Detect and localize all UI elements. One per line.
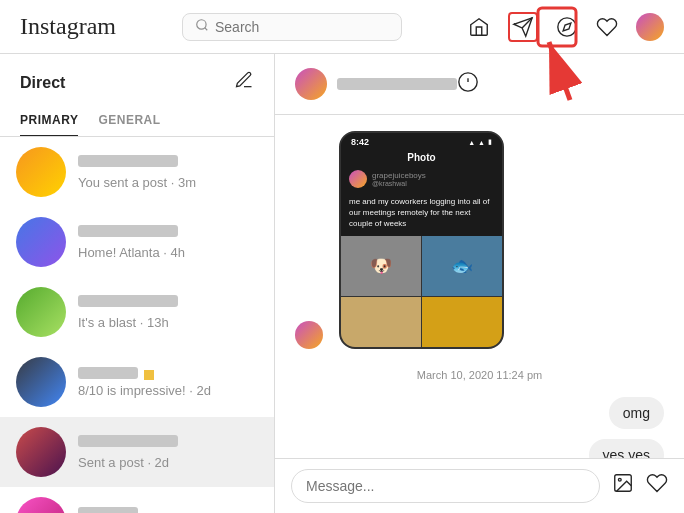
message-bubble: yes yes	[589, 439, 664, 458]
avatar	[16, 427, 66, 477]
sidebar: Direct PRIMARY GENERAL You sent a post ·…	[0, 54, 275, 513]
home-icon[interactable]	[468, 16, 490, 38]
photo-3	[341, 297, 421, 347]
info-icon[interactable]	[457, 71, 479, 98]
chat-username	[337, 78, 457, 90]
phone-time: 8:42	[351, 137, 369, 147]
top-nav: Instagram	[0, 0, 684, 54]
username-blurred	[78, 295, 178, 307]
photo-4	[422, 297, 502, 347]
bubble-row: omg	[295, 397, 664, 429]
avatar	[16, 147, 66, 197]
avatar	[16, 287, 66, 337]
chat-area: 8:42 ▲ ▲ ▮ Photo grapejuiceboys	[275, 54, 684, 513]
phone-mockup: 8:42 ▲ ▲ ▮ Photo grapejuiceboys	[339, 131, 504, 349]
avatar[interactable]	[636, 13, 664, 41]
message-input[interactable]	[291, 469, 600, 503]
message-preview: You sent a post · 3m	[78, 175, 258, 190]
photo-2: 🐟	[422, 236, 502, 296]
message-bubble: omg	[609, 397, 664, 429]
image-icon[interactable]	[612, 472, 634, 500]
mini-avatar	[349, 170, 367, 188]
main-layout: Direct PRIMARY GENERAL You sent a post ·…	[0, 54, 684, 513]
avatar	[16, 217, 66, 267]
message-preview: Home! Atlanta · 4h	[78, 245, 258, 260]
sender-avatar	[295, 321, 323, 349]
heart-input-icon[interactable]	[646, 472, 668, 500]
messages-area: 8:42 ▲ ▲ ▮ Photo grapejuiceboys	[275, 115, 684, 458]
bubble-row: yes yes	[295, 439, 664, 458]
avatar	[16, 357, 66, 407]
sidebar-title: Direct	[20, 74, 65, 92]
username-blurred	[78, 155, 178, 167]
tab-primary[interactable]: PRIMARY	[20, 105, 78, 136]
message-preview: 8/10 is impressive! · 2d	[78, 383, 258, 398]
direct-icon[interactable]	[508, 12, 538, 42]
tab-general[interactable]: GENERAL	[98, 105, 160, 136]
message-preview: It's a blast · 13h	[78, 315, 258, 330]
list-item[interactable]: Home! Atlanta · 4h	[0, 207, 274, 277]
search-input[interactable]	[215, 19, 389, 35]
app-logo: Instagram	[20, 13, 116, 40]
svg-point-10	[618, 478, 621, 481]
username-blurred	[78, 507, 138, 514]
chat-avatar	[295, 68, 327, 100]
photo-1: 🐶	[341, 236, 421, 296]
sidebar-list: You sent a post · 3m Home! Atlanta · 4h …	[0, 137, 274, 513]
phone-sender-name: grapejuiceboys	[372, 171, 426, 180]
sidebar-header: Direct	[0, 54, 274, 105]
battery-icon: ▮	[488, 138, 492, 146]
photo-label: Photo	[341, 149, 502, 166]
explore-icon[interactable]	[556, 16, 578, 38]
phone-sender-handle: @krashwal	[372, 180, 426, 187]
message-input-area	[275, 458, 684, 513]
svg-marker-5	[563, 23, 571, 31]
search-icon	[195, 18, 209, 36]
search-bar[interactable]	[182, 13, 402, 41]
message-timestamp: March 10, 2020 11:24 pm	[295, 369, 664, 381]
photo-grid: 🐶 🐟	[341, 236, 502, 347]
nav-icon-group	[468, 12, 664, 42]
signal-icon: ▲	[468, 139, 475, 146]
compose-icon[interactable]	[234, 70, 254, 95]
list-item[interactable]: 8/10 is impressive! · 2d	[0, 347, 274, 417]
list-item[interactable]: It's a blast · 13h	[0, 277, 274, 347]
list-item[interactable]: Apparently had · 3d	[0, 487, 274, 513]
heart-icon[interactable]	[596, 16, 618, 38]
phone-message-row: 8:42 ▲ ▲ ▮ Photo grapejuiceboys	[295, 131, 504, 349]
username-blurred	[78, 435, 178, 447]
username-blurred	[78, 225, 178, 237]
message-preview: Sent a post · 2d	[78, 455, 258, 470]
sidebar-tabs: PRIMARY GENERAL	[0, 105, 274, 137]
shared-post-message: 8:42 ▲ ▲ ▮ Photo grapejuiceboys	[295, 131, 664, 349]
avatar	[16, 497, 66, 513]
phone-caption: me and my coworkers logging into all of …	[341, 192, 502, 236]
svg-point-0	[197, 19, 206, 28]
svg-point-4	[558, 17, 576, 35]
wifi-icon: ▲	[478, 139, 485, 146]
list-item[interactable]: You sent a post · 3m	[0, 137, 274, 207]
svg-line-1	[205, 27, 208, 30]
chat-header	[275, 54, 684, 115]
username-blurred	[78, 367, 138, 379]
list-item[interactable]: Sent a post · 2d	[0, 417, 274, 487]
